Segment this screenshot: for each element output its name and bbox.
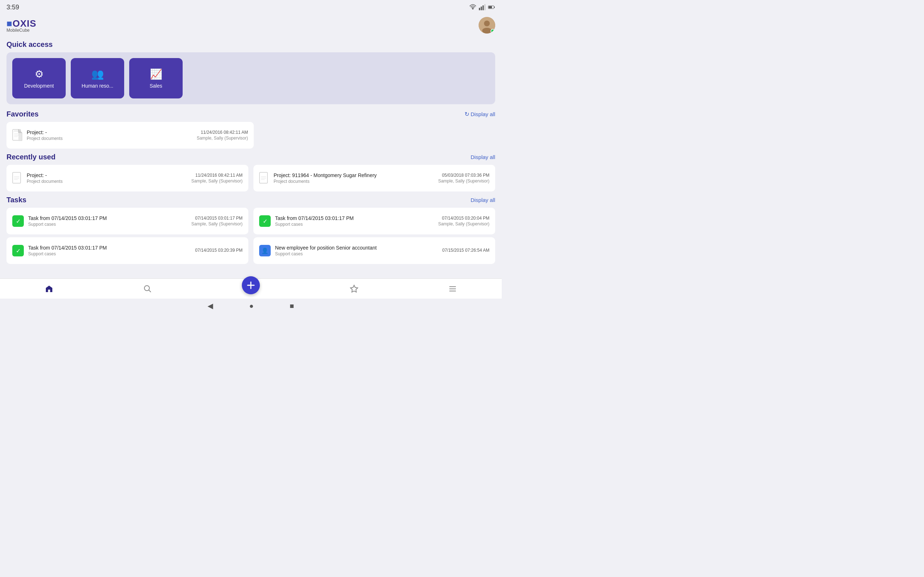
task-card-subtitle-3: Support cases: [275, 251, 438, 256]
android-home-button[interactable]: ●: [249, 302, 254, 310]
favorite-card-person-0: Sample, Sally (Supervisor): [197, 135, 248, 141]
recently-used-cards: Project: - Project documents 11/24/2016 …: [6, 165, 495, 192]
task-card-body-1: Task from 07/14/2015 03:01:17 PM Support…: [275, 215, 434, 227]
status-icons: [469, 3, 495, 11]
svg-marker-19: [351, 285, 358, 292]
quick-access-tile-sales[interactable]: 📈 Sales: [129, 58, 183, 98]
svg-rect-13: [260, 172, 267, 183]
task-icon-2: ✓: [12, 245, 24, 256]
quick-access-tile-development[interactable]: ⚙ Development: [12, 58, 66, 98]
task-card-title-3: New employee for position Senior account…: [275, 245, 438, 251]
recent-card-meta-0: 11/24/2016 08:42:11 AM Sample, Sally (Su…: [191, 173, 242, 184]
task-card-meta-0: 07/14/2015 03:01:17 PM Sample, Sally (Su…: [191, 216, 242, 226]
nav-menu[interactable]: [448, 285, 457, 293]
task-card-body-3: New employee for position Senior account…: [275, 245, 438, 256]
online-indicator: [491, 29, 495, 33]
task-icon-0: ✓: [12, 215, 24, 227]
tasks-cards-row-1: ✓ Task from 07/14/2015 03:01:17 PM Suppo…: [6, 237, 495, 264]
top-header: ■OXIS MobileCube: [0, 15, 502, 36]
quick-access-tile-hr[interactable]: 👥 Human reso...: [71, 58, 124, 98]
favorite-card-title-0: Project: -: [27, 129, 192, 135]
recent-card-body-1: Project: 911964 - Montgomery Sugar Refin…: [274, 172, 434, 184]
task-item-2[interactable]: ✓ Task from 07/14/2015 03:01:17 PM Suppo…: [6, 237, 248, 264]
sales-icon: 📈: [150, 68, 162, 80]
document-icon-recent-0: [12, 172, 23, 184]
nav-home[interactable]: [45, 285, 53, 293]
status-bar: 3:59: [0, 0, 502, 15]
task-card-body-2: Task from 07/14/2015 03:01:17 PM Support…: [28, 245, 191, 256]
development-icon: ⚙: [35, 68, 44, 80]
task-card-date-0: 07/14/2015 03:01:17 PM: [191, 216, 242, 221]
tasks-cards-row-0: ✓ Task from 07/14/2015 03:01:17 PM Suppo…: [6, 208, 495, 234]
recent-card-title-0: Project: -: [27, 172, 187, 178]
favorites-cards: Project: - Project documents 11/24/2016 …: [6, 122, 495, 148]
development-label: Development: [24, 83, 54, 89]
task-card-date-3: 07/15/2015 07:26:54 AM: [442, 248, 489, 253]
task-card-body-0: Task from 07/14/2015 03:01:17 PM Support…: [28, 215, 187, 227]
battery-icon: [488, 3, 495, 11]
task-card-subtitle-2: Support cases: [28, 251, 191, 256]
recently-used-title: Recently used: [6, 153, 56, 161]
recent-item-1[interactable]: Project: 911964 - Montgomery Sugar Refin…: [254, 165, 495, 192]
quick-access-title: Quick access: [6, 40, 53, 49]
svg-rect-12: [13, 172, 21, 183]
favorites-display-all[interactable]: ↻ Display all: [465, 111, 495, 118]
user-avatar[interactable]: [478, 17, 495, 34]
favorite-card-body-0: Project: - Project documents: [27, 129, 192, 141]
nav-favorites[interactable]: [350, 285, 359, 293]
logo-area: ■OXIS MobileCube: [6, 18, 36, 33]
task-card-person-1: Sample, Sally (Supervisor): [438, 221, 489, 226]
task-card-title-2: Task from 07/14/2015 03:01:17 PM: [28, 245, 191, 251]
android-back-button[interactable]: ◀: [208, 301, 213, 310]
recently-used-display-all[interactable]: Display all: [471, 154, 495, 160]
bottom-navigation: [0, 279, 502, 298]
status-time: 3:59: [6, 3, 19, 11]
favorite-card-date-0: 11/24/2016 08:42:11 AM: [197, 130, 248, 135]
svg-rect-6: [494, 6, 495, 8]
task-item-1[interactable]: ✓ Task from 07/14/2015 03:01:17 PM Suppo…: [254, 208, 495, 234]
favorite-card-subtitle-0: Project documents: [27, 136, 192, 141]
tasks-display-all-label: Display all: [471, 197, 495, 203]
android-system-bar: ◀ ● ■: [0, 298, 502, 313]
android-recents-button[interactable]: ■: [290, 302, 294, 310]
svg-rect-4: [485, 4, 485, 10]
recent-item-0[interactable]: Project: - Project documents 11/24/2016 …: [6, 165, 248, 192]
svg-point-0: [472, 8, 473, 10]
quick-access-header: Quick access: [6, 40, 495, 49]
document-icon-recent-1: [259, 172, 269, 184]
recent-card-subtitle-1: Project documents: [274, 179, 434, 184]
app-subtitle: MobileCube: [6, 28, 36, 33]
nav-search[interactable]: [143, 285, 152, 293]
favorites-display-all-label: Display all: [471, 111, 495, 117]
task-card-subtitle-1: Support cases: [275, 222, 434, 227]
recent-card-subtitle-0: Project documents: [27, 179, 187, 184]
plus-icon: [246, 280, 256, 290]
favorites-header: Favorites ↻ Display all: [6, 110, 495, 118]
recently-used-display-all-label: Display all: [471, 154, 495, 160]
recent-card-meta-1: 05/03/2018 07:03:36 PM Sample, Sally (Su…: [438, 173, 489, 184]
svg-rect-2: [481, 6, 482, 10]
recent-card-date-1: 05/03/2018 07:03:36 PM: [438, 173, 489, 178]
svg-rect-14: [48, 290, 50, 292]
task-item-0[interactable]: ✓ Task from 07/14/2015 03:01:17 PM Suppo…: [6, 208, 248, 234]
task-card-meta-1: 07/14/2015 03:20:04 PM Sample, Sally (Su…: [438, 216, 489, 226]
tasks-header: Tasks Display all: [6, 196, 495, 204]
tasks-display-all[interactable]: Display all: [471, 197, 495, 203]
recently-used-header: Recently used Display all: [6, 153, 495, 161]
refresh-icon: ↻: [465, 111, 469, 118]
task-icon-3: 👤: [259, 245, 271, 256]
task-card-meta-2: 07/14/2015 03:20:39 PM: [195, 248, 242, 253]
task-card-date-1: 07/14/2015 03:20:04 PM: [438, 216, 489, 221]
task-item-3[interactable]: 👤 New employee for position Senior accou…: [254, 237, 495, 264]
fab-add-button[interactable]: [242, 276, 260, 294]
task-card-date-2: 07/14/2015 03:20:39 PM: [195, 248, 242, 253]
home-icon: [45, 285, 53, 293]
task-card-title-0: Task from 07/14/2015 03:01:17 PM: [28, 215, 187, 221]
signal-icon: [478, 3, 486, 11]
svg-line-16: [149, 290, 151, 292]
task-card-title-1: Task from 07/14/2015 03:01:17 PM: [275, 215, 434, 221]
hr-label: Human reso...: [82, 83, 113, 89]
wifi-icon: [469, 3, 477, 11]
document-icon: [12, 129, 23, 141]
favorite-item-0[interactable]: Project: - Project documents 11/24/2016 …: [6, 122, 254, 148]
